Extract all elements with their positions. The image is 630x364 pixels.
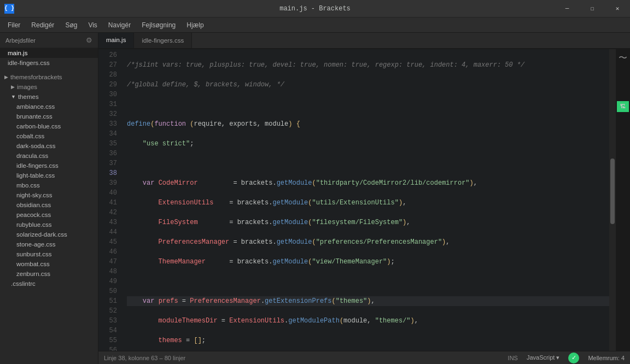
jshint-ok-icon[interactable]: ✓ xyxy=(568,353,579,363)
file-stone-age[interactable]: stone-age.css xyxy=(0,239,98,249)
build-status-icon[interactable]: 🏗 xyxy=(617,101,629,112)
line-numbers: 26 27 28 29 30 31 32 33 34 35 36 37 38 3… xyxy=(98,49,121,351)
cursor-position: Linje 38, kolonne 63 – 80 linjer xyxy=(104,355,185,361)
app-icon: { } xyxy=(4,4,14,14)
menu-redigér[interactable]: Redigér xyxy=(26,19,60,31)
sidebar-header: Arbejdsfiler ⚙ xyxy=(0,33,98,48)
window-controls: ─ ☐ ✕ xyxy=(555,0,630,17)
sidebar: Arbejdsfiler ⚙ main.js idle-fingers.css … xyxy=(0,33,98,364)
close-button[interactable]: ✕ xyxy=(605,0,630,17)
menu-filer[interactable]: Filer xyxy=(2,19,26,31)
language-selector[interactable]: JavaScript ▾ xyxy=(527,354,559,361)
file-light-table[interactable]: light-table.css xyxy=(0,171,98,180)
chevron-right-icon: ▶ xyxy=(4,74,8,80)
editor-area: main.js idle-fingers.css 26 27 28 29 30 … xyxy=(98,33,630,364)
main-content: Arbejdsfiler ⚙ main.js idle-fingers.css … xyxy=(0,33,630,364)
file-rubyblue[interactable]: rubyblue.css xyxy=(0,220,98,230)
file-csslintrc[interactable]: .csslintrc xyxy=(0,279,98,289)
file-brunante[interactable]: brunante.css xyxy=(0,111,98,121)
code-editor[interactable]: 26 27 28 29 30 31 32 33 34 35 36 37 38 3… xyxy=(98,49,630,351)
status-right: INS JavaScript ▾ ✓ Mellemrum: 4 xyxy=(508,353,625,363)
statusbar: Linje 38, kolonne 63 – 80 linjer INS Jav… xyxy=(98,351,630,364)
project-folder-label: themesforbrackets xyxy=(10,74,62,80)
file-peacock[interactable]: peacock.css xyxy=(0,210,98,220)
open-file-idle-fingers[interactable]: idle-fingers.css xyxy=(0,58,98,68)
menubar: Filer Redigér Søg Vis Navigér Fejlsøgnin… xyxy=(0,17,630,33)
file-night-sky[interactable]: night-sky.css xyxy=(0,190,98,200)
file-tree: main.js idle-fingers.css ▶ themesforbrac… xyxy=(0,48,98,364)
images-folder[interactable]: ▶ images xyxy=(0,82,98,92)
menu-søg[interactable]: Søg xyxy=(60,19,83,31)
project-folder[interactable]: ▶ themesforbrackets xyxy=(0,72,98,82)
file-dracula[interactable]: dracula.css xyxy=(0,151,98,161)
file-cobalt[interactable]: cobalt.css xyxy=(0,131,98,141)
tab-bar: main.js idle-fingers.css xyxy=(98,33,630,49)
file-ambiance[interactable]: ambiance.css xyxy=(0,102,98,111)
file-idle-fingers[interactable]: idle-fingers.css xyxy=(0,161,98,171)
chevron-down-icon: ▼ xyxy=(11,94,16,99)
gear-icon[interactable]: ⚙ xyxy=(86,36,92,44)
file-zenburn[interactable]: zenburn.css xyxy=(0,269,98,279)
file-dark-soda[interactable]: dark-soda.css xyxy=(0,141,98,151)
tab-main-js[interactable]: main.js xyxy=(98,33,134,48)
file-sunburst[interactable]: sunburst.css xyxy=(0,249,98,259)
images-folder-label: images xyxy=(17,84,37,90)
menu-fejlsøgning[interactable]: Fejlsøgning xyxy=(136,19,181,31)
chevron-down-icon: ▾ xyxy=(556,354,559,361)
menu-navigér[interactable]: Navigér xyxy=(103,19,136,31)
file-solarized-dark[interactable]: solarized-dark.css xyxy=(0,230,98,239)
minimize-button[interactable]: ─ xyxy=(555,0,580,17)
themes-folder[interactable]: ▼ themes xyxy=(0,92,98,102)
minimap-squiggle-icon[interactable]: 〜 xyxy=(619,52,627,64)
themes-folder-label: themes xyxy=(18,93,39,100)
file-mbo[interactable]: mbo.css xyxy=(0,180,98,190)
code-content[interactable]: /*jslint vars: true, plusplus: true, dev… xyxy=(121,49,609,351)
file-carbon-blue[interactable]: carbon-blue.css xyxy=(0,121,98,131)
window-title: main.js - Brackets xyxy=(279,5,351,13)
menu-hjælp[interactable]: Hjælp xyxy=(181,19,209,31)
menu-vis[interactable]: Vis xyxy=(83,19,102,31)
file-obsidian[interactable]: obsidian.css xyxy=(0,200,98,210)
spacing-setting[interactable]: Mellemrum: 4 xyxy=(588,355,625,361)
maximize-button[interactable]: ☐ xyxy=(580,0,605,17)
open-file-main[interactable]: main.js xyxy=(0,48,98,58)
right-panel: 〜 🏗 xyxy=(616,49,630,351)
scrollbar-track[interactable] xyxy=(609,49,616,351)
scrollbar-thumb[interactable] xyxy=(610,158,615,224)
file-wombat[interactable]: wombat.css xyxy=(0,259,98,269)
tab-idle-fingers[interactable]: idle-fingers.css xyxy=(134,33,192,48)
ins-mode: INS xyxy=(508,355,518,361)
working-files-label: Arbejdsfiler xyxy=(5,37,36,44)
titlebar: { } main.js - Brackets ─ ☐ ✕ xyxy=(0,0,630,17)
chevron-right-icon: ▶ xyxy=(11,84,15,90)
